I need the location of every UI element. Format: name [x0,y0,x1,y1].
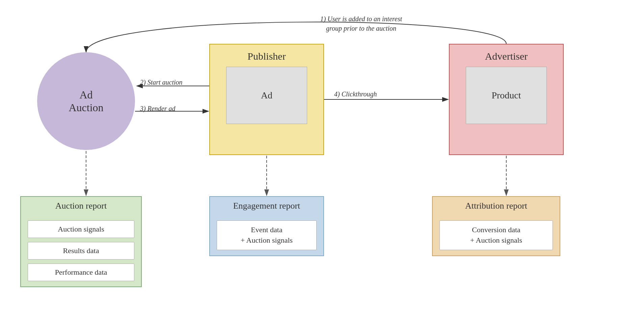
ad-auction-circle: AdAuction [37,52,135,150]
annotation-step4: 4) Clickthrough [334,89,377,99]
attribution-report-body: Conversion data+ Auction signals [433,215,560,255]
auction-report-box: Auction report Auction signals Results d… [20,196,142,287]
advertiser-box: Advertiser Product [449,44,564,155]
event-data-item: Event data+ Auction signals [217,220,317,250]
annotation-step3: 3) Render ad [140,104,175,113]
engagement-report-box: Engagement report Event data+ Auction si… [209,196,324,256]
publisher-box: Publisher Ad [209,44,324,155]
advertiser-title: Advertiser [485,51,528,62]
auction-report-title: Auction report [21,197,141,215]
engagement-report-title: Engagement report [210,197,323,215]
attribution-report-box: Attribution report Conversion data+ Auct… [432,196,560,256]
publisher-title: Publisher [247,51,286,62]
attribution-report-title: Attribution report [433,197,560,215]
advertiser-inner-box: Product [466,67,547,124]
ad-label: Ad [261,90,272,101]
ad-auction-label: AdAuction [69,88,103,114]
annotation-step1: 1) User is added to an interestgroup pri… [297,14,425,33]
performance-data-item: Performance data [28,264,134,281]
conversion-data-item: Conversion data+ Auction signals [439,220,553,250]
results-data-item: Results data [28,242,134,260]
product-label: Product [491,90,521,101]
diagram-container: AdAuction Publisher Ad Advertiser Produc… [0,0,644,333]
auction-signal-item: Auction signals [28,220,134,238]
engagement-report-body: Event data+ Auction signals [210,215,323,255]
annotation-step2: 2) Start auction [140,78,183,87]
publisher-inner-box: Ad [226,67,307,124]
auction-report-body: Auction signals Results data Performance… [21,215,141,286]
